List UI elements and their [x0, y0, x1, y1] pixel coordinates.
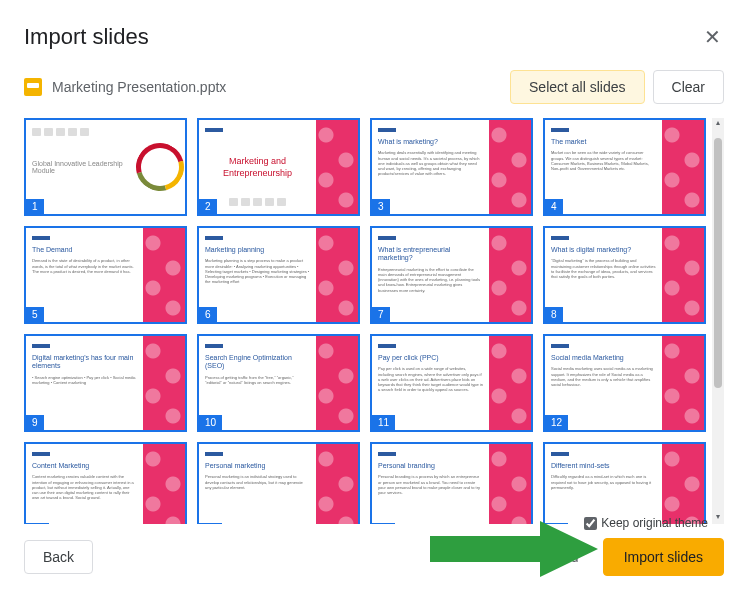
- slide-title: Marketing and Entrepreneurship: [205, 156, 310, 179]
- slide-body: "Digital marketing" is the process of bu…: [551, 258, 656, 279]
- slide-body: • Search engine optimization • Pay per c…: [32, 375, 137, 385]
- slide-pattern: [316, 120, 358, 214]
- slide-number: 10: [199, 415, 222, 430]
- slide-body: Entrepreneurial marketing is the effort …: [378, 267, 483, 293]
- slide-body: Market can be seen as the wide variety o…: [551, 150, 656, 171]
- slide-title: What is entrepreneurial marketing?: [378, 246, 483, 263]
- scroll-up-icon[interactable]: ▴: [712, 118, 724, 130]
- slide-thumbnail[interactable]: Global Innovative Leadership Module1: [24, 118, 187, 216]
- slide-grid: Global Innovative Leadership Module1Mark…: [24, 118, 710, 524]
- slide-body: Personal marketing is an individual stra…: [205, 474, 310, 490]
- slide-thumbnail[interactable]: What is marketing?Marketing deals essent…: [370, 118, 533, 216]
- slide-body: Social media marketing uses social media…: [551, 366, 656, 387]
- scrollbar-thumb[interactable]: [714, 138, 722, 388]
- slide-thumbnail[interactable]: The marketMarket can be seen as the wide…: [543, 118, 706, 216]
- slide-title: The market: [551, 138, 656, 146]
- slide-title: Different mind-sets: [551, 462, 656, 470]
- scroll-down-icon[interactable]: ▾: [712, 512, 724, 524]
- keep-theme-option[interactable]: Keep original theme: [584, 516, 708, 530]
- slide-thumbnail[interactable]: The DemandDemand is the state of desirab…: [24, 226, 187, 324]
- slide-body: Process of getting traffic from the "fre…: [205, 375, 310, 385]
- slide-number: 12: [545, 415, 568, 430]
- slide-number: 3: [372, 199, 390, 214]
- slide-number: 4: [545, 199, 563, 214]
- slide-graphic: [135, 120, 185, 214]
- slide-scroll-area: Global Innovative Leadership Module1Mark…: [24, 118, 724, 524]
- slide-thumbnail[interactable]: Different mind-setsDifficultly regarded …: [543, 442, 706, 524]
- slide-title: Social media Marketing: [551, 354, 656, 362]
- slide-title: Global Innovative Leadership Module: [32, 160, 129, 174]
- slide-number: 2: [199, 199, 217, 214]
- slide-number: 6: [199, 307, 217, 322]
- slide-pattern: [662, 228, 704, 322]
- slide-pattern: [662, 336, 704, 430]
- slide-title: What is marketing?: [378, 138, 483, 146]
- slide-pattern: [143, 444, 185, 524]
- slide-number: 11: [372, 415, 395, 430]
- dialog-footer: Keep original theme Back 21 slides selec…: [24, 524, 724, 594]
- slide-body: Content marketing creates valuable conte…: [32, 474, 137, 500]
- slide-body: Pay per click is used on a wide range of…: [378, 366, 483, 392]
- slide-pattern: [143, 336, 185, 430]
- slide-thumbnail[interactable]: Marketing planningMarketing planning is …: [197, 226, 360, 324]
- slide-thumbnail[interactable]: Search Engine Optimization (SEO)Process …: [197, 334, 360, 432]
- import-slides-dialog: Import slides ✕ Marketing Presentation.p…: [0, 0, 748, 594]
- slide-body: Marketing planning is a step process to …: [205, 258, 310, 284]
- slide-number: 9: [26, 415, 44, 430]
- slide-number: 8: [545, 307, 563, 322]
- slide-body: Difficultly regarded as a mind-set in wh…: [551, 474, 656, 490]
- import-slides-button[interactable]: Import slides: [603, 538, 724, 576]
- slide-pattern: [489, 444, 531, 524]
- slide-title: Pay per click (PPC): [378, 354, 483, 362]
- slide-thumbnail[interactable]: Digital marketing's has four main elemen…: [24, 334, 187, 432]
- back-button[interactable]: Back: [24, 540, 93, 574]
- slide-thumbnail[interactable]: Social media MarketingSocial media marke…: [543, 334, 706, 432]
- slide-title: Digital marketing's has four main elemen…: [32, 354, 137, 371]
- slide-body: Personal branding is a process by which …: [378, 474, 483, 495]
- slide-body: Demand is the state of desirability of a…: [32, 258, 137, 274]
- slide-title: Personal marketing: [205, 462, 310, 470]
- slide-title: The Demand: [32, 246, 137, 254]
- slide-pattern: [143, 228, 185, 322]
- slide-number: 5: [26, 307, 44, 322]
- slide-number: 7: [372, 307, 390, 322]
- slide-thumbnail[interactable]: Content MarketingContent marketing creat…: [24, 442, 187, 524]
- slide-title: Search Engine Optimization (SEO): [205, 354, 310, 371]
- slide-pattern: [489, 120, 531, 214]
- keep-theme-label: Keep original theme: [601, 516, 708, 530]
- scrollbar[interactable]: ▴ ▾: [712, 118, 724, 524]
- slide-number: 1: [26, 199, 44, 214]
- file-info: Marketing Presentation.pptx: [24, 78, 502, 96]
- slide-pattern: [316, 228, 358, 322]
- close-icon[interactable]: ✕: [700, 25, 724, 49]
- slide-pattern: [662, 444, 704, 524]
- keep-theme-checkbox[interactable]: [584, 517, 597, 530]
- slide-thumbnail[interactable]: Marketing and Entrepreneurship2: [197, 118, 360, 216]
- slide-thumbnail[interactable]: What is digital marketing?"Digital marke…: [543, 226, 706, 324]
- slide-pattern: [316, 444, 358, 524]
- slide-title: Marketing planning: [205, 246, 310, 254]
- slide-pattern: [316, 336, 358, 430]
- selected-count: 21 slides selected: [467, 549, 578, 565]
- clear-button[interactable]: Clear: [653, 70, 724, 104]
- slides-file-icon: [24, 78, 42, 96]
- slide-thumbnail[interactable]: Pay per click (PPC)Pay per click is used…: [370, 334, 533, 432]
- dialog-header: Import slides ✕: [24, 24, 724, 50]
- file-row: Marketing Presentation.pptx Select all s…: [24, 70, 724, 104]
- slide-pattern: [489, 228, 531, 322]
- slide-thumbnail[interactable]: Personal marketingPersonal marketing is …: [197, 442, 360, 524]
- slide-pattern: [662, 120, 704, 214]
- file-name: Marketing Presentation.pptx: [52, 79, 226, 95]
- dialog-title: Import slides: [24, 24, 149, 50]
- select-all-button[interactable]: Select all slides: [510, 70, 645, 104]
- slide-thumbnail[interactable]: Personal brandingPersonal branding is a …: [370, 442, 533, 524]
- slide-pattern: [489, 336, 531, 430]
- slide-title: Content Marketing: [32, 462, 137, 470]
- slide-title: Personal branding: [378, 462, 483, 470]
- slide-thumbnail[interactable]: What is entrepreneurial marketing?Entrep…: [370, 226, 533, 324]
- slide-body: Marketing deals essentially with identif…: [378, 150, 483, 176]
- slide-title: What is digital marketing?: [551, 246, 656, 254]
